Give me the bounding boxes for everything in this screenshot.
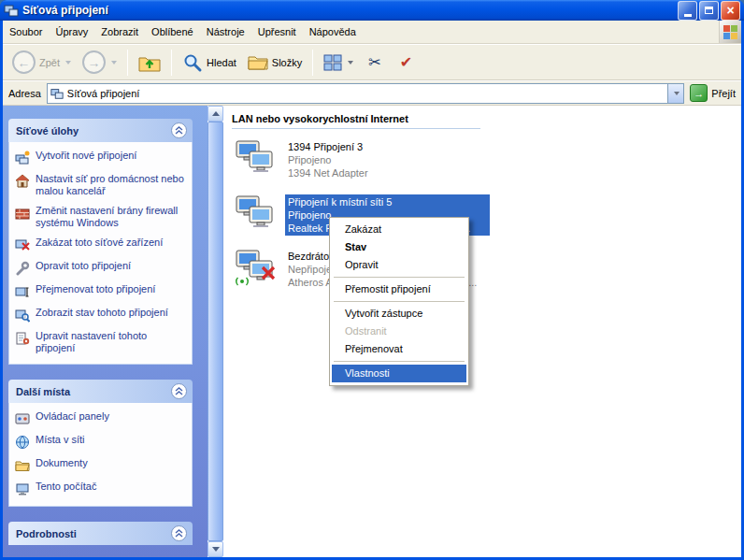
windows-logo: [719, 21, 741, 43]
caption-buttons: ×: [678, 1, 740, 21]
task-firewall-settings[interactable]: Změnit nastavení brány firewall systému …: [13, 201, 190, 233]
minimize-button[interactable]: [678, 1, 697, 21]
go-button[interactable]: → Přejít: [690, 84, 736, 102]
forward-dropdown-icon[interactable]: [111, 61, 117, 65]
scrollbar-thumb[interactable]: [207, 122, 223, 541]
scroll-down-button[interactable]: [207, 541, 223, 557]
context-menu-item-status[interactable]: Stav: [332, 238, 466, 256]
task-rename-connection[interactable]: Přejmenovat toto připojení: [13, 280, 190, 303]
address-label: Adresa: [8, 88, 41, 99]
close-icon: ×: [726, 4, 734, 17]
forward-button[interactable]: →: [79, 49, 121, 76]
collapse-button[interactable]: [171, 525, 187, 541]
place-control-panel[interactable]: Ovládací panely: [13, 407, 190, 430]
titlebar[interactable]: Síťová připojení ×: [0, 0, 744, 21]
menu-nastroje[interactable]: Nástroje: [200, 21, 251, 43]
window-title: Síťová připojení: [22, 4, 678, 17]
address-value[interactable]: Síťová připojení: [67, 88, 667, 99]
connection-item-1394[interactable]: 1394 Připojení 3 Připojeno 1394 Net Adap…: [235, 139, 371, 180]
network-connection-icon: [235, 194, 276, 232]
context-menu-item-disable[interactable]: Zakázat: [332, 221, 466, 238]
maximize-button[interactable]: [699, 1, 719, 21]
close-button[interactable]: ×: [721, 1, 740, 21]
search-icon: [182, 52, 203, 73]
task-view-status[interactable]: Zobrazit stav tohoto připojení: [13, 303, 190, 326]
search-button[interactable]: Hledat: [179, 50, 240, 75]
address-location-icon: [50, 87, 64, 100]
home-network-icon: [15, 174, 30, 189]
documents-folder-icon: [15, 458, 30, 473]
place-my-computer[interactable]: Tento počítač: [13, 477, 190, 500]
place-documents[interactable]: Dokumenty: [13, 453, 190, 477]
scroll-down-icon: [212, 547, 220, 552]
wireless-connection-disconnected-icon: [235, 249, 276, 286]
menu-separator: [334, 277, 465, 278]
firewall-icon: [15, 206, 30, 221]
other-places-panel: Další místa Ovládací pane: [8, 380, 193, 507]
menu-upresnit[interactable]: Upřesnit: [251, 21, 303, 43]
task-label: Změnit nastavení brány firewall systému …: [36, 205, 188, 229]
views-dropdown-icon[interactable]: [348, 61, 353, 65]
back-button[interactable]: ← Zpět: [8, 49, 75, 76]
maximize-icon: [705, 7, 713, 14]
other-places-header[interactable]: Další místa: [8, 380, 193, 403]
menu-napoveda[interactable]: Nápověda: [303, 21, 363, 43]
task-label: Opravit toto připojení: [36, 260, 131, 272]
menu-separator: [334, 361, 465, 362]
network-tasks-header[interactable]: Síťové úlohy: [8, 119, 193, 142]
network-connections-icon: [4, 3, 19, 18]
collapse-button[interactable]: [171, 383, 187, 399]
context-menu-item-properties[interactable]: Vlastnosti: [332, 365, 466, 382]
menu-oblibene[interactable]: Oblíbené: [145, 21, 200, 43]
connection-name: Připojení k místní síti 5: [288, 195, 487, 208]
folders-icon: [248, 53, 268, 72]
red-check-icon: ✔: [396, 53, 416, 71]
status-icon: [15, 308, 30, 323]
details-header[interactable]: Podrobnosti: [8, 522, 193, 545]
address-dropdown-button[interactable]: [667, 84, 683, 103]
views-button[interactable]: [320, 52, 357, 73]
toolbar-separator: [312, 50, 313, 76]
toolbar-separator: [127, 50, 128, 76]
task-create-connection[interactable]: Vytvořit nové připojení: [13, 146, 190, 169]
back-label: Zpět: [39, 57, 60, 68]
scissors-icon: ✂: [365, 53, 384, 71]
collapse-button[interactable]: [171, 122, 187, 138]
context-menu-item-bridge[interactable]: Přemostit připojení: [332, 280, 466, 298]
up-button[interactable]: [135, 50, 165, 75]
task-disable-device[interactable]: Zakázat toto síťové zařízení: [13, 233, 190, 256]
details-title: Podrobnosti: [16, 528, 77, 539]
context-menu-item-rename[interactable]: Přejmenovat: [332, 340, 466, 358]
address-bar: Adresa Síťová připojení → Přejít: [3, 80, 741, 106]
context-menu-item-delete: Odstranit: [332, 323, 466, 340]
scroll-up-button[interactable]: [207, 106, 223, 122]
menu-zobrazit[interactable]: Zobrazit: [94, 21, 145, 43]
back-dropdown-icon[interactable]: [65, 61, 71, 65]
task-setup-home-network[interactable]: Nastavit síť pro domácnost nebo malou ka…: [13, 169, 190, 201]
vertical-scrollbar[interactable]: [207, 106, 223, 557]
network-tasks-title: Síťové úlohy: [16, 125, 79, 136]
menu-soubor[interactable]: Soubor: [3, 21, 49, 43]
up-folder-icon: [138, 52, 161, 73]
task-repair-connection[interactable]: Opravit toto připojení: [13, 256, 190, 280]
place-label: Ovládací panely: [36, 410, 109, 423]
context-menu-item-repair[interactable]: Opravit: [332, 256, 466, 274]
task-label: Upravit nastavení tohoto připojení: [36, 330, 188, 354]
network-connection-icon: [235, 139, 276, 177]
task-label: Přejmenovat toto připojení: [36, 283, 155, 295]
windows-flag-icon: [723, 25, 737, 39]
minimize-icon: [684, 14, 692, 17]
sync-check-button[interactable]: ✔: [393, 51, 420, 73]
address-combobox[interactable]: Síťová připojení: [47, 83, 684, 104]
folders-button[interactable]: Složky: [244, 51, 306, 74]
task-change-settings[interactable]: Upravit nastavení tohoto připojení: [13, 326, 190, 358]
scroll-up-icon: [212, 111, 220, 116]
place-network-places[interactable]: Místa v síti: [13, 430, 190, 453]
other-places-body: Ovládací panely Místa v síti: [8, 403, 193, 507]
place-label: Místa v síti: [36, 434, 85, 446]
other-places-title: Další místa: [16, 386, 70, 397]
group-title: LAN nebo vysokorychlostní Internet: [232, 113, 408, 124]
cut-button[interactable]: ✂: [361, 51, 388, 73]
menu-upravy[interactable]: Úpravy: [49, 21, 94, 43]
context-menu-item-create-shortcut[interactable]: Vytvořit zástupce: [332, 305, 466, 323]
